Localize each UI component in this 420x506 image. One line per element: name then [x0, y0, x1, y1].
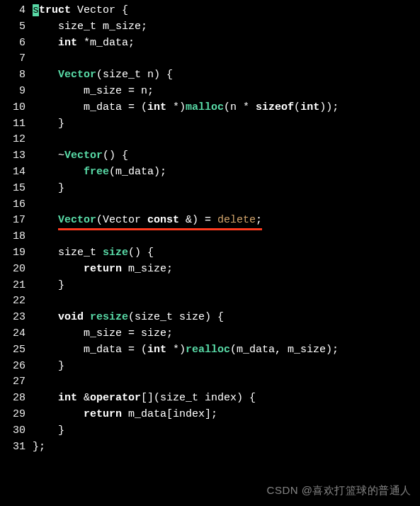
code-token: m_data = ( [84, 344, 147, 356]
line-number: 6 [0, 35, 25, 52]
code-token: } [58, 279, 64, 291]
line-number: 31 [0, 439, 25, 456]
code-token: Vector [77, 4, 115, 16]
code-token: Vector [58, 214, 96, 226]
code-token: void [58, 311, 90, 323]
code-token: return [84, 408, 128, 420]
line-number: 15 [0, 181, 25, 197]
code-token: m_size; [128, 263, 173, 275]
code-token: *) [173, 344, 186, 356]
code-line: } [33, 423, 420, 439]
code-line [33, 229, 420, 245]
line-number: 11 [0, 116, 25, 133]
code-token: malloc [186, 101, 224, 113]
code-token: ~ [58, 150, 64, 162]
code-token: const [147, 214, 186, 226]
code-token: (m_data); [109, 166, 166, 178]
code-token: } [58, 182, 64, 194]
code-token: sizeof [256, 101, 294, 113]
code-token: ; [256, 214, 262, 226]
line-number: 27 [0, 374, 25, 390]
code-token: int [147, 344, 173, 356]
line-number: 29 [0, 407, 25, 423]
line-number: 20 [0, 262, 25, 278]
code-token: (m_data, m_size); [230, 344, 339, 356]
line-number: 9 [0, 84, 25, 100]
code-line: Vector(Vector const &) = delete; [33, 213, 420, 229]
code-token: } [58, 118, 64, 130]
code-token: *) [173, 101, 186, 113]
code-line: m_data = (int *)realloc(m_data, m_size); [33, 342, 420, 359]
line-number: 25 [0, 342, 25, 359]
code-line: Vector(size_t n) { [33, 67, 420, 84]
code-line [33, 197, 420, 213]
line-number: 5 [0, 19, 25, 35]
line-number: 30 [0, 423, 25, 439]
line-number: 14 [0, 164, 25, 181]
line-number: 26 [0, 359, 25, 375]
code-line: int &operator[](size_t index) { [33, 390, 420, 407]
code-token: size_t [58, 247, 103, 259]
line-number: 16 [0, 197, 25, 213]
watermark-text: CSDN @喜欢打篮球的普通人 [267, 483, 412, 499]
code-token: size [103, 247, 128, 259]
code-line: m_data = (int *)malloc(n * sizeof(int)); [33, 100, 420, 116]
code-token: m_data[index]; [128, 408, 217, 420]
code-token: int [58, 37, 84, 49]
code-line: m_size = n; [33, 84, 420, 100]
code-line: return m_data[index]; [33, 407, 420, 423]
line-number: 7 [0, 51, 25, 67]
code-token: (n * [224, 101, 256, 113]
code-token: int [58, 392, 84, 404]
line-number: 8 [0, 67, 25, 84]
line-number: 28 [0, 390, 25, 407]
code-token: } [58, 360, 64, 372]
code-token: Vector [64, 150, 103, 162]
code-token: Vector [58, 69, 96, 81]
line-number: 21 [0, 278, 25, 294]
code-line: int *m_data; [33, 35, 420, 52]
code-token: size_t m_size; [58, 21, 147, 33]
line-number-gutter: 4567891011121314151617181920212223242526… [0, 3, 33, 455]
line-number: 13 [0, 148, 25, 164]
code-token: resize [90, 311, 128, 323]
code-line: free(m_data); [33, 164, 420, 181]
code-token: delete [217, 214, 256, 226]
code-token: free [84, 166, 109, 178]
code-line [33, 51, 420, 67]
line-number: 19 [0, 245, 25, 262]
code-token: () { [128, 247, 154, 259]
code-token: & [84, 392, 90, 404]
code-line: return m_size; [33, 262, 420, 278]
line-number: 23 [0, 310, 25, 326]
code-token: { [115, 4, 128, 16]
code-token: *m_data; [84, 37, 135, 49]
code-line: } [33, 278, 420, 294]
line-number: 22 [0, 293, 25, 310]
line-number: 10 [0, 100, 25, 116]
code-line: ~Vector() { [33, 148, 420, 164]
code-token: operator [90, 392, 141, 404]
code-token: realloc [186, 344, 230, 356]
line-number: 24 [0, 326, 25, 342]
code-token: truct [39, 4, 77, 16]
code-line: } [33, 181, 420, 197]
code-token: (Vector [96, 214, 147, 226]
code-editor: 4567891011121314151617181920212223242526… [0, 0, 420, 455]
code-line: size_t m_size; [33, 19, 420, 35]
code-token: m_size = n; [84, 85, 154, 97]
code-line [33, 293, 420, 310]
line-number: 18 [0, 229, 25, 245]
code-token: int [300, 101, 319, 113]
code-line: void resize(size_t size) { [33, 310, 420, 326]
code-token: () { [103, 150, 128, 162]
code-token: [](size_t index) { [141, 392, 256, 404]
code-line [33, 374, 420, 390]
code-line: } [33, 359, 420, 375]
code-token: } [58, 425, 64, 437]
code-token: (size_t n) { [96, 69, 173, 81]
code-token: &) = [186, 214, 217, 226]
code-area: struct Vector { size_t m_size; int *m_da… [33, 3, 420, 455]
line-number: 17 [0, 213, 25, 229]
code-token: return [84, 263, 128, 275]
